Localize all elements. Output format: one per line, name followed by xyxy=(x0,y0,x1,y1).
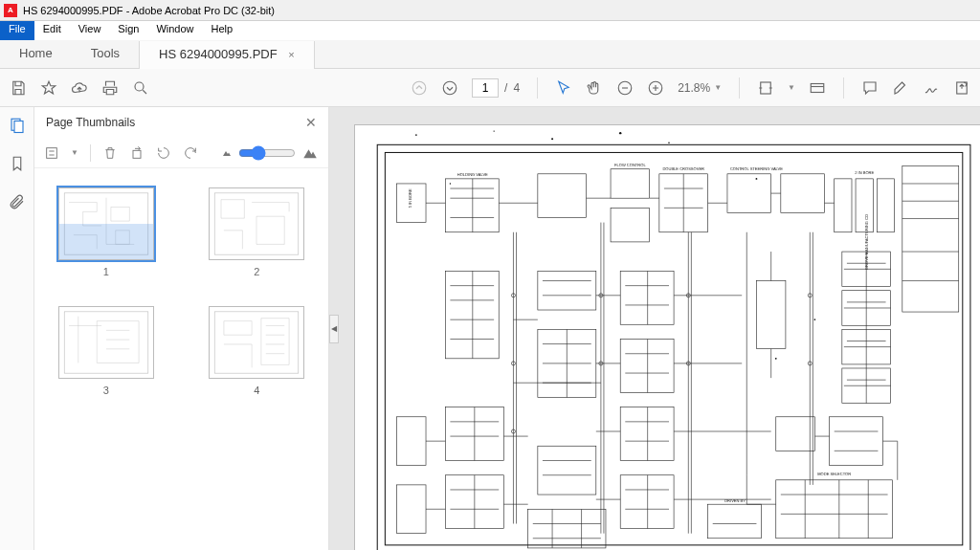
page-view[interactable]: GROVE MANUFACTURING CO 5 IN BORE HOLDING… xyxy=(354,124,980,550)
thumb-small-icon[interactable] xyxy=(221,147,233,159)
svg-rect-43 xyxy=(538,174,587,218)
svg-rect-49 xyxy=(611,208,650,242)
svg-rect-11 xyxy=(133,150,141,158)
svg-rect-48 xyxy=(611,169,650,198)
svg-rect-54 xyxy=(781,174,825,213)
thumb-large-icon[interactable] xyxy=(301,144,319,162)
chevron-down-icon: ▼ xyxy=(714,83,722,92)
search-icon[interactable] xyxy=(132,79,149,97)
svg-point-1 xyxy=(412,81,426,95)
svg-point-33 xyxy=(775,358,777,360)
zoom-in-icon[interactable] xyxy=(647,79,664,97)
page-sep: / xyxy=(504,81,507,95)
svg-point-26 xyxy=(493,130,494,131)
attachments-rail-icon[interactable] xyxy=(9,193,26,210)
page-down-icon[interactable] xyxy=(441,79,458,97)
svg-rect-69 xyxy=(830,417,883,466)
share-icon[interactable] xyxy=(953,79,970,97)
svg-point-31 xyxy=(450,183,451,184)
zoom-out-icon[interactable] xyxy=(616,79,634,97)
menu-sign[interactable]: Sign xyxy=(109,21,147,40)
tab-document-label: HS 6294000995.PDF xyxy=(159,47,278,61)
svg-rect-10 xyxy=(47,147,57,158)
svg-rect-40 xyxy=(445,271,499,358)
svg-point-0 xyxy=(135,82,144,91)
svg-point-25 xyxy=(415,134,417,136)
svg-rect-9 xyxy=(14,121,23,133)
tab-tools[interactable]: Tools xyxy=(72,40,139,68)
menu-edit[interactable]: Edit xyxy=(34,21,70,40)
thumb-options-icon[interactable] xyxy=(44,145,59,161)
page-up-icon[interactable] xyxy=(411,79,428,97)
tab-document[interactable]: HS 6294000995.PDF × xyxy=(139,41,315,69)
thumbnail-size-slider[interactable] xyxy=(238,145,296,161)
menu-file[interactable]: File xyxy=(0,21,34,40)
svg-text:HOLDING VALVE: HOLDING VALVE xyxy=(457,172,488,177)
page-total: 4 xyxy=(513,81,520,95)
bookmarks-rail-icon[interactable] xyxy=(9,155,26,172)
menu-help[interactable]: Help xyxy=(203,21,242,40)
thumbnails-rail-icon[interactable] xyxy=(9,117,26,134)
svg-text:CONTROL STEERING VALVE: CONTROL STEERING VALVE xyxy=(730,166,783,171)
app-icon: A xyxy=(4,4,17,17)
title-bar: A HS 6294000995.PDF - Adobe Acrobat Pro … xyxy=(0,0,980,21)
comment-icon[interactable] xyxy=(861,79,879,97)
close-panel-icon[interactable]: ✕ xyxy=(305,115,317,130)
thumbnail-page-3[interactable]: 3 xyxy=(48,306,165,396)
read-mode-icon[interactable] xyxy=(809,79,826,97)
svg-rect-56 xyxy=(620,271,674,324)
delete-icon[interactable] xyxy=(102,145,118,161)
toolbar: / 4 21.8% ▼ ▼ xyxy=(0,69,980,107)
svg-rect-70 xyxy=(776,480,893,539)
thumbnail-tools: ▼ xyxy=(34,138,328,168)
rotate-cw-icon[interactable] xyxy=(183,145,198,161)
svg-rect-47 xyxy=(528,509,606,548)
menu-window[interactable]: Window xyxy=(147,21,202,40)
svg-point-30 xyxy=(756,178,758,180)
svg-rect-38 xyxy=(445,179,499,232)
svg-point-29 xyxy=(668,142,670,143)
thumbnail-page-2[interactable]: 2 xyxy=(199,187,316,277)
svg-text:5 IN BORE: 5 IN BORE xyxy=(408,188,412,208)
menu-view[interactable]: View xyxy=(70,21,110,40)
main-area: Page Thumbnails ✕ ▼ 1 2 xyxy=(0,107,980,550)
svg-rect-36 xyxy=(397,485,426,534)
save-icon[interactable] xyxy=(10,79,27,97)
collapse-panel-icon[interactable]: ◀ xyxy=(329,315,339,343)
svg-rect-82 xyxy=(708,504,762,539)
cloud-icon[interactable] xyxy=(71,79,88,97)
svg-rect-58 xyxy=(620,407,674,461)
svg-rect-53 xyxy=(727,174,771,213)
thumbnail-label: 1 xyxy=(103,266,109,277)
window-title: HS 6294000995.PDF - Adobe Acrobat Pro DC… xyxy=(23,5,275,16)
tab-bar: Home Tools HS 6294000995.PDF × xyxy=(0,40,980,69)
fit-chevron-icon[interactable]: ▼ xyxy=(788,83,795,92)
svg-rect-35 xyxy=(397,417,426,466)
thumbnail-page-1[interactable]: 1 xyxy=(48,187,165,277)
thumb-options-chevron[interactable]: ▼ xyxy=(71,148,78,157)
menu-bar: File Edit View Sign Window Help xyxy=(0,21,980,40)
tab-home[interactable]: Home xyxy=(0,40,72,68)
svg-rect-6 xyxy=(811,83,824,92)
zoom-dropdown[interactable]: 21.8% ▼ xyxy=(678,81,722,95)
rotate-ccw-icon[interactable] xyxy=(156,145,171,161)
thumbnail-page-4[interactable]: 4 xyxy=(199,306,316,396)
pointer-icon[interactable] xyxy=(555,79,572,97)
tab-close-icon[interactable]: × xyxy=(288,49,294,60)
star-icon[interactable] xyxy=(40,79,57,97)
document-area[interactable]: ◀ GROVE MANUFACTURING CO xyxy=(329,107,980,550)
svg-point-2 xyxy=(443,81,457,95)
hand-icon[interactable] xyxy=(586,79,603,97)
svg-rect-62 xyxy=(877,179,894,232)
page-number-input[interactable] xyxy=(472,78,499,98)
sign-icon[interactable] xyxy=(923,79,940,97)
svg-text:DRIVEN BY: DRIVEN BY xyxy=(724,498,746,503)
thumbnail-panel-title: Page Thumbnails xyxy=(46,116,135,129)
fit-width-icon[interactable] xyxy=(757,79,774,97)
highlight-icon[interactable] xyxy=(892,79,909,97)
thumbnail-label: 2 xyxy=(254,266,259,277)
svg-text:GROVE MANUFACTURING CO: GROVE MANUFACTURING CO xyxy=(864,214,869,270)
page-controls: / 4 xyxy=(472,78,520,98)
rotate-page-icon[interactable] xyxy=(129,145,145,161)
print-icon[interactable] xyxy=(101,79,119,97)
